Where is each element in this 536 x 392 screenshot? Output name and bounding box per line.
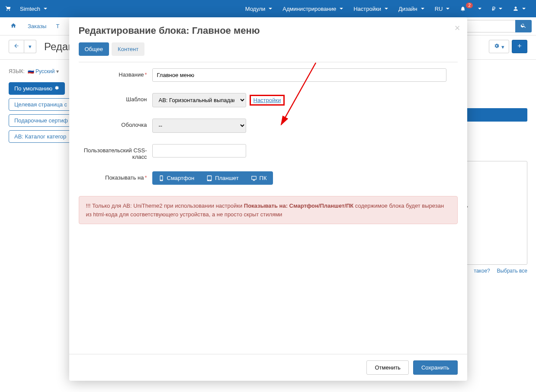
css-input[interactable] (152, 144, 246, 157)
show-on-pc[interactable]: ПК (245, 171, 273, 185)
close-icon[interactable]: × (455, 22, 460, 34)
name-input[interactable] (152, 68, 446, 82)
show-on-phone[interactable]: Смартфон (152, 171, 201, 185)
modal-title: Редактирование блока: Главное меню (79, 25, 458, 36)
show-on-tablet[interactable]: Планшет (200, 171, 245, 185)
wrapper-select[interactable]: -- (152, 119, 246, 133)
label-template: Шаблон (79, 93, 152, 103)
warning-alert: !!! Только для AB: UniTheme2 при использ… (79, 196, 458, 224)
template-select[interactable]: АВ: Горизонтальный выпадающ (152, 93, 246, 107)
label-css: Пользовательский CSS-класс (79, 144, 152, 160)
settings-link[interactable]: Настройки (254, 97, 281, 103)
edit-block-modal: × Редактирование блока: Главное меню Общ… (69, 17, 467, 283)
tab-content[interactable]: Контент (112, 42, 144, 56)
settings-link-highlight: Настройки (250, 95, 285, 106)
modal-backdrop: × Редактирование блока: Главное меню Общ… (0, 0, 536, 283)
label-name: Название* (79, 68, 152, 78)
label-wrapper: Оболочка (79, 119, 152, 128)
tab-general[interactable]: Общее (79, 42, 109, 56)
label-show-on: Показывать на* (79, 171, 152, 181)
